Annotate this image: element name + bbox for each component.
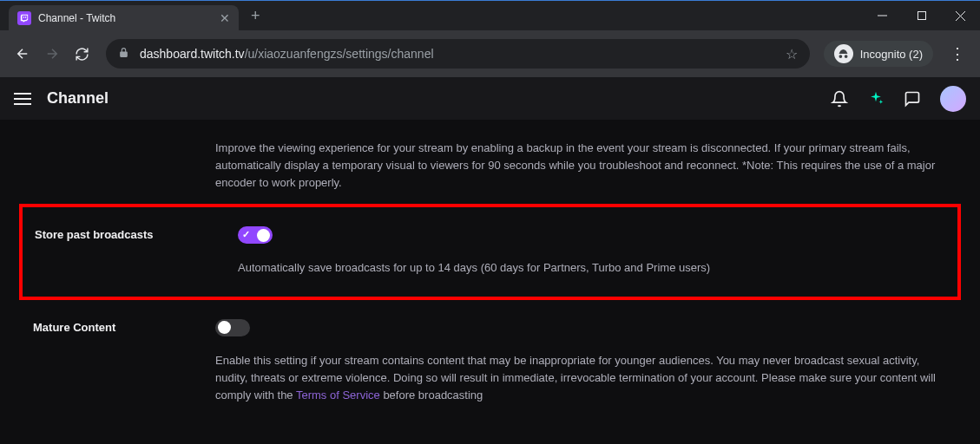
reload-button[interactable] bbox=[69, 42, 94, 66]
mature-content-label: Mature Content bbox=[0, 319, 215, 404]
twitch-favicon bbox=[17, 11, 31, 25]
store-past-toggle[interactable]: ✓ bbox=[238, 226, 273, 244]
incognito-badge[interactable]: Incognito (2) bbox=[824, 41, 933, 67]
setting-backup-description: Improve the viewing experience for your … bbox=[215, 140, 945, 192]
page-title: Channel bbox=[47, 89, 109, 108]
sparkle-icon[interactable] bbox=[867, 90, 885, 108]
setting-backup-stream: Improve the viewing experience for your … bbox=[0, 127, 980, 204]
star-icon[interactable]: ☆ bbox=[786, 46, 798, 62]
window-close-button[interactable] bbox=[941, 1, 980, 31]
tab-close-button[interactable]: ✕ bbox=[220, 11, 230, 25]
setting-mature-content: Mature Content Enable this setting if yo… bbox=[0, 300, 980, 416]
mature-content-toggle[interactable] bbox=[215, 319, 250, 336]
svg-rect-1 bbox=[918, 12, 925, 20]
window-minimize-button[interactable] bbox=[863, 1, 902, 31]
store-past-label: Store past broadcasts bbox=[23, 226, 238, 277]
browser-tab-title: Channel - Twitch bbox=[38, 12, 213, 24]
browser-tab[interactable]: Channel - Twitch ✕ bbox=[9, 5, 239, 31]
window-maximize-button[interactable] bbox=[902, 1, 941, 31]
lock-icon bbox=[118, 47, 129, 61]
back-button[interactable] bbox=[10, 42, 35, 66]
window-titlebar: Channel - Twitch ✕ + bbox=[0, 0, 980, 30]
browser-toolbar: dashboard.twitch.tv/u/xiaozuanfengzs/set… bbox=[0, 30, 980, 77]
new-tab-button[interactable]: + bbox=[251, 7, 260, 25]
incognito-label: Incognito (2) bbox=[860, 48, 923, 61]
store-past-description: Automatically save broadcasts for up to … bbox=[238, 259, 944, 277]
user-avatar[interactable] bbox=[940, 86, 966, 112]
twitch-header: Channel bbox=[0, 77, 980, 121]
setting-store-past-broadcasts: Store past broadcasts ✓ Automatically sa… bbox=[23, 209, 957, 294]
forward-button[interactable] bbox=[40, 42, 64, 66]
highlighted-setting: Store past broadcasts ✓ Automatically sa… bbox=[19, 204, 961, 299]
address-bar[interactable]: dashboard.twitch.tv/u/xiaozuanfengzs/set… bbox=[106, 39, 810, 69]
incognito-icon bbox=[834, 44, 853, 63]
browser-menu-button[interactable]: ⋮ bbox=[945, 44, 970, 63]
settings-content: Improve the viewing experience for your … bbox=[0, 121, 980, 416]
terms-of-service-link[interactable]: Terms of Service bbox=[296, 388, 380, 402]
menu-hamburger-button[interactable] bbox=[14, 89, 31, 108]
chat-icon[interactable] bbox=[904, 90, 921, 108]
mature-content-description: Enable this setting if your stream conta… bbox=[215, 352, 945, 404]
address-text: dashboard.twitch.tv/u/xiaozuanfengzs/set… bbox=[140, 47, 777, 61]
notifications-button[interactable] bbox=[831, 90, 848, 108]
check-icon: ✓ bbox=[242, 229, 250, 240]
